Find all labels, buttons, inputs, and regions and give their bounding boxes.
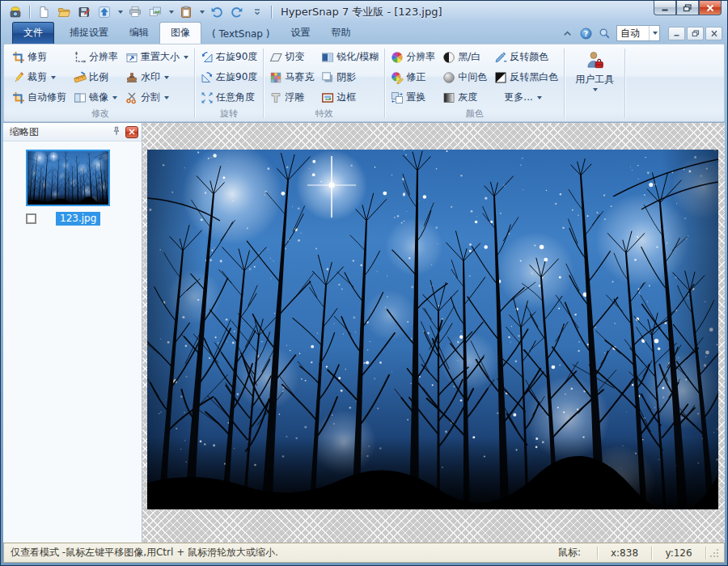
any-angle-button[interactable]: 任意角度 [199, 90, 256, 105]
cut-button[interactable]: 裁剪 [11, 70, 57, 85]
resize-icon [125, 51, 138, 64]
autocrop-icon [12, 91, 25, 104]
resize-button[interactable]: 重置大小 [124, 49, 190, 65]
upload-dropdown-arrow[interactable] [118, 11, 123, 14]
color-correct-button[interactable]: 修正 [389, 70, 427, 85]
thumbnail-filename[interactable]: 123.jpg [56, 212, 100, 226]
pin-icon[interactable] [111, 125, 122, 139]
tab-textsnap[interactable]: ( TextSnap ) [201, 25, 280, 44]
grayscale-button[interactable]: 灰度 [441, 90, 479, 105]
autocrop-button[interactable]: 自动修剪 [11, 90, 68, 105]
invert-bw-icon [494, 71, 507, 84]
resolution-ruler-icon [74, 51, 87, 64]
more-colors-button[interactable]: 更多... [493, 90, 543, 105]
frame-button[interactable]: 边框 [320, 90, 358, 105]
color-correct-icon [391, 71, 404, 84]
shadow-button[interactable]: 阴影 [320, 70, 358, 85]
tab-edit[interactable]: 编辑 [119, 23, 159, 44]
thumbnail-row: 123.jpg [26, 212, 142, 226]
upload-button[interactable] [96, 4, 112, 20]
minimize-button[interactable] [654, 1, 676, 15]
thumbnail-panel: 缩略图 123.jpg [3, 123, 142, 543]
qat-customize-button[interactable] [249, 4, 265, 20]
copy-dropdown-arrow[interactable] [169, 11, 174, 14]
paste-button[interactable] [178, 4, 194, 20]
watermark-button[interactable]: 水印 [124, 70, 171, 85]
restore-button[interactable] [676, 1, 699, 15]
invert-bw-button[interactable]: 反转黑白色 [493, 70, 560, 85]
group-separator [564, 49, 565, 118]
tab-help[interactable]: 帮助 [320, 23, 361, 44]
zoom-level-select[interactable]: 自动 [616, 25, 660, 41]
document-window-controls [668, 27, 722, 40]
tab-file[interactable]: 文件 [12, 22, 54, 44]
new-file-button[interactable] [36, 4, 52, 20]
color-replace-button[interactable]: 置换 [389, 90, 427, 105]
copy-button[interactable] [147, 4, 163, 20]
main-photo[interactable] [147, 150, 718, 509]
sharpen-blur-icon [321, 51, 334, 64]
qat-separator [271, 6, 272, 19]
shear-button[interactable]: 切变 [268, 49, 306, 65]
app-logo-icon[interactable] [7, 4, 23, 20]
image-canvas[interactable] [142, 123, 725, 543]
user-tools-button[interactable]: 用户工具 [569, 47, 620, 91]
ribbon: 修剪 裁剪 自动修剪 分辨率 比例 [3, 44, 725, 122]
pencil-cut-icon [12, 71, 25, 84]
group-separator [194, 49, 195, 118]
frame-icon [321, 91, 334, 104]
sharpen-blur-button[interactable]: 锐化/模糊 [320, 49, 380, 65]
collapse-ribbon-icon[interactable] [561, 27, 574, 40]
invert-colors-button[interactable]: 反转颜色 [493, 49, 550, 65]
tab-settings[interactable]: 设置 [280, 23, 320, 44]
hypersnap-window: HyperSnap 7 专业版 - [123.jpg] 文件 捕捉设置 编辑 图… [0, 0, 728, 566]
black-white-icon [442, 51, 455, 64]
midtone-button[interactable]: 中间色 [441, 70, 489, 85]
resize-grip[interactable] [708, 548, 721, 558]
thumbnail-image[interactable] [26, 150, 110, 206]
rotate-left-button[interactable]: 左旋90度 [199, 70, 259, 85]
scale-ruler-icon [74, 71, 87, 84]
undo-button[interactable] [209, 4, 225, 20]
thumbnail-checkbox[interactable] [26, 213, 36, 224]
crop-button[interactable]: 修剪 [11, 49, 49, 65]
zoom-tool-icon[interactable] [598, 27, 612, 40]
group-label-effects: 特效 [268, 108, 380, 121]
crop-icon [12, 51, 25, 64]
doc-close-button[interactable] [705, 27, 722, 40]
mosaic-button[interactable]: 马赛克 [268, 70, 315, 85]
tab-image[interactable]: 图像 [159, 22, 201, 44]
scale-button[interactable]: 比例 [72, 70, 110, 85]
status-message: 仅查看模式 -鼠标左键平移图像,用Ctrl + 鼠标滑轮放大或缩小. [11, 546, 544, 560]
resolution-button[interactable]: 分辨率 [72, 49, 120, 65]
group-separator [263, 49, 264, 118]
save-button[interactable] [76, 4, 92, 20]
emboss-button[interactable]: 浮雕 [268, 90, 306, 105]
doc-restore-button[interactable] [687, 27, 704, 40]
mirror-button[interactable]: 镜像 [72, 90, 119, 105]
rotate-right-button[interactable]: 右旋90度 [199, 49, 259, 65]
quick-access-toolbar [7, 4, 273, 20]
print-button[interactable] [127, 4, 143, 20]
color-resolution-button[interactable]: 分辨率 [389, 49, 437, 65]
zoom-combo-arrow[interactable] [649, 26, 659, 40]
close-button[interactable] [699, 1, 722, 15]
help-icon[interactable]: ? [579, 27, 593, 40]
doc-minimize-button[interactable] [668, 27, 685, 40]
midtone-icon [442, 71, 455, 84]
split-button[interactable]: 分割 [124, 90, 171, 105]
dropdown-arrow [593, 88, 598, 91]
dropdown-arrow [184, 56, 188, 59]
redo-button[interactable] [229, 4, 245, 20]
rotate-left-icon [201, 71, 214, 84]
open-file-button[interactable] [56, 4, 72, 20]
dropdown-arrow [51, 76, 56, 79]
split-scissors-icon [125, 91, 138, 104]
paste-dropdown-arrow[interactable] [200, 11, 205, 14]
group-separator [624, 49, 625, 118]
black-white-button[interactable]: 黑/白 [441, 49, 482, 65]
panel-close-button[interactable] [125, 126, 138, 138]
invert-colors-icon [494, 51, 507, 64]
tab-capture-settings[interactable]: 捕捉设置 [59, 23, 119, 44]
color-wheel-icon [391, 51, 404, 64]
